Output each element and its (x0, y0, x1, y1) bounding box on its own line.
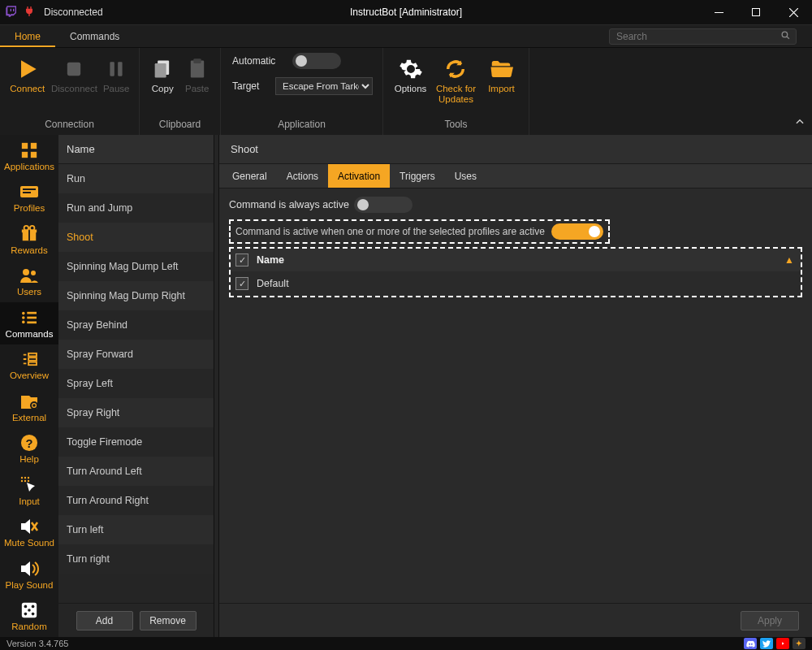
command-item[interactable]: Turn right (58, 544, 214, 574)
gear-icon (398, 56, 424, 82)
list-column-header[interactable]: Name (58, 135, 214, 164)
svg-point-43 (32, 605, 35, 609)
command-item[interactable]: Turn Around Right (58, 486, 214, 515)
profiles-table: Name ▲ Default (229, 247, 802, 297)
sidebar-item-users[interactable]: Users (0, 261, 58, 303)
svg-point-46 (32, 613, 35, 616)
svg-rect-14 (23, 188, 36, 190)
pause-button: Pause (102, 53, 131, 98)
users-icon (19, 266, 40, 285)
twitter-icon[interactable] (760, 638, 773, 649)
command-item[interactable]: Spray Right (58, 398, 214, 427)
ribbon-collapse-button[interactable] (794, 116, 806, 130)
svg-rect-29 (28, 353, 37, 357)
sidebar-item-applications[interactable]: Applications (0, 135, 58, 177)
svg-rect-8 (193, 58, 201, 63)
connection-status: Disconnected (44, 6, 103, 18)
svg-point-32 (30, 401, 38, 410)
check-updates-button[interactable]: Check for Updates (434, 53, 477, 108)
dtab-actions[interactable]: Actions (277, 164, 328, 188)
sidebar-item-mute-sound[interactable]: Mute Sound (0, 512, 58, 554)
svg-rect-28 (27, 321, 37, 323)
command-item[interactable]: Toggle Firemode (58, 427, 214, 457)
svg-rect-30 (28, 358, 37, 361)
automatic-label: Automatic (232, 55, 283, 67)
import-button[interactable]: Import (482, 53, 520, 98)
svg-rect-2 (67, 63, 80, 76)
automatic-toggle[interactable] (292, 53, 341, 69)
tab-commands[interactable]: Commands (55, 25, 134, 47)
sidebar-item-profiles[interactable]: Profiles (0, 177, 58, 219)
sidebar-item-input[interactable]: Input (0, 470, 58, 512)
sidebar-item-overview[interactable]: Overview (0, 344, 58, 387)
statusbar: Version 3.4.765 ✦ (0, 637, 812, 650)
target-select[interactable]: Escape From Tarkov (275, 77, 373, 95)
copy-button[interactable]: Copy (148, 53, 178, 98)
ribbon-group-connection: Connection (0, 119, 139, 135)
maximize-button[interactable] (737, 0, 775, 24)
svg-rect-9 (22, 143, 28, 149)
dtab-triggers[interactable]: Triggers (390, 164, 445, 188)
youtube-icon[interactable] (776, 638, 789, 649)
sidebar-item-commands[interactable]: Commands (0, 302, 58, 344)
cursor-icon (19, 475, 40, 495)
svg-point-44 (28, 609, 31, 612)
always-active-toggle[interactable] (354, 197, 412, 213)
svg-rect-24 (27, 312, 37, 314)
svg-rect-3 (110, 62, 114, 76)
command-list[interactable]: RunRun and JumpShootSpinning Mag Dump Le… (58, 164, 214, 603)
close-button[interactable] (775, 0, 812, 24)
profile-row[interactable]: Default (231, 271, 801, 296)
dtab-uses[interactable]: Uses (445, 164, 486, 188)
overview-icon (19, 349, 40, 369)
command-item[interactable]: Spinning Mag Dump Left (58, 252, 214, 281)
sidebar-item-external[interactable]: External (0, 386, 58, 428)
command-item[interactable]: Spray Behind (58, 310, 214, 340)
command-item[interactable]: Spinning Mag Dump Right (58, 281, 214, 310)
svg-point-39 (24, 480, 26, 482)
sidebar-item-rewards[interactable]: Rewards (0, 219, 58, 261)
gift-icon (19, 224, 40, 244)
dtab-general[interactable]: General (222, 164, 277, 188)
svg-point-36 (24, 477, 26, 479)
command-item[interactable]: Turn left (58, 515, 214, 544)
svg-rect-26 (27, 316, 37, 318)
app-tray-icon[interactable]: ✦ (793, 638, 806, 649)
sort-asc-icon[interactable]: ▲ (784, 254, 794, 266)
remove-button[interactable]: Remove (140, 611, 197, 630)
connect-button[interactable]: Connect (8, 53, 46, 98)
command-item[interactable]: Spray Left (58, 369, 214, 398)
profiles-select-all[interactable] (235, 254, 248, 266)
add-button[interactable]: Add (76, 611, 133, 630)
command-item[interactable]: Spray Forward (58, 340, 214, 369)
svg-point-37 (28, 477, 29, 479)
dtab-activation[interactable]: Activation (328, 164, 390, 188)
options-button[interactable]: Options (391, 53, 430, 98)
command-item[interactable]: Run and Jump (58, 193, 214, 223)
minimize-button[interactable] (700, 0, 737, 24)
svg-point-42 (24, 605, 28, 609)
ribbon-tabs: Home Commands (0, 24, 812, 47)
paste-button: Paste (183, 53, 213, 98)
svg-point-23 (22, 312, 25, 315)
plug-icon (23, 5, 36, 20)
discord-icon[interactable] (744, 638, 757, 649)
sidebar-item-random[interactable]: Random (0, 596, 58, 638)
profile-checkbox[interactable] (235, 277, 248, 290)
command-list-panel: Name RunRun and JumpShootSpinning Mag Du… (58, 135, 214, 637)
twitch-icon (5, 5, 18, 20)
command-item[interactable]: Turn Around Left (58, 457, 214, 486)
disconnect-button: Disconnect (51, 53, 97, 98)
sidebar-item-help[interactable]: ?Help (0, 428, 58, 470)
dice-icon (19, 600, 40, 620)
search-input[interactable] (609, 28, 797, 45)
svg-point-22 (31, 271, 36, 275)
apply-button[interactable]: Apply (741, 611, 799, 630)
tab-home[interactable]: Home (0, 25, 55, 47)
profiles-header-row[interactable]: Name ▲ (231, 249, 801, 271)
profile-active-toggle[interactable] (551, 223, 603, 240)
sidebar-item-play-sound[interactable]: Play Sound (0, 553, 58, 596)
detail-tabs: General Actions Activation Triggers Uses (219, 164, 812, 188)
command-item[interactable]: Run (58, 164, 214, 193)
command-item[interactable]: Shoot (58, 223, 214, 252)
